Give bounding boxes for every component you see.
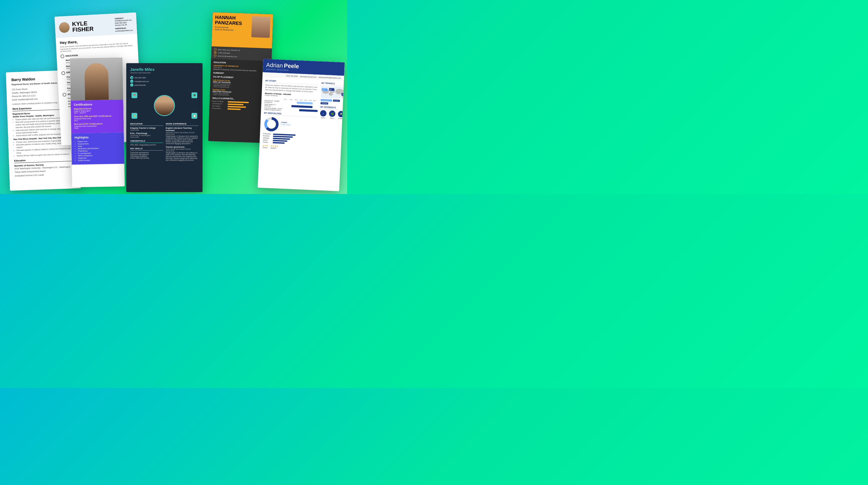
janelle-work2-desc: Taught grade 10 literature and writing t… xyxy=(166,152,198,161)
janelle-edu-title: EDUCATION xyxy=(130,123,163,126)
janelle-work2-school: Julie McGill Secondary School xyxy=(166,148,198,150)
janelle-edu1-school: Kingsley Teacher's College xyxy=(130,127,163,129)
french-label: French xyxy=(262,147,268,149)
kyle-exp-dot xyxy=(61,71,65,75)
skill-bar-4 xyxy=(227,108,241,110)
adrian-two-col: MY STORY Show your passion. Don't be afr… xyxy=(262,80,341,152)
janelle-two-col: EDUCATION Kingsley Teacher's College 202… xyxy=(130,123,198,161)
janelle-title: Teacher and Educator xyxy=(130,71,198,74)
sw-label-indesign: InDesign xyxy=(263,137,272,139)
interest-music: ♪ Music xyxy=(320,110,327,119)
card-nurse: Certifications Registered Nurse State of… xyxy=(70,57,125,187)
adrian-body: MY STORY Show your passion. Don't be afr… xyxy=(259,77,344,154)
janelle-phone: ☎ 243-456-7899 xyxy=(130,76,198,79)
cert-item-1: Registered Nurse State of Washington 201… xyxy=(74,107,120,114)
janelle-skill-2: Classroom Management xyxy=(130,153,163,155)
janelle-skills-title: KEY SKILLS xyxy=(130,147,163,151)
janelle-work1-years: 2018-2020 xyxy=(166,133,198,135)
tl-label-3: Twist Once Design - currentGraphic Desig… xyxy=(264,107,282,111)
adrian-first-name: Adrian xyxy=(266,62,283,69)
nurse-person-silhouette xyxy=(85,63,108,100)
skill-label-3: Lab Testing xyxy=(212,105,226,107)
janelle-edu1-years: 2020-2022 xyxy=(130,129,163,131)
tl-bar-3 xyxy=(299,109,317,112)
music-icon: ♪ xyxy=(320,110,327,117)
adrian-website: adrianportfolio@portfolio.com xyxy=(318,76,341,79)
travel-na: North America xyxy=(321,99,332,101)
adrian-phone: (555) 555-5555 xyxy=(286,75,298,77)
janelle-left-col: EDUCATION Kingsley Teacher's College 202… xyxy=(130,123,163,161)
map-africa xyxy=(329,92,333,95)
spanish-label: Spanish xyxy=(271,147,278,149)
linkedin-icon: in xyxy=(130,84,133,87)
nurse-photo xyxy=(70,57,123,100)
janelle-edu2-school: University of Washington xyxy=(130,134,163,136)
adrian-travels-title: MY TRAVELS xyxy=(321,82,345,86)
highlight-item: Medication administration xyxy=(78,147,121,149)
skill-bar-1 xyxy=(228,101,249,103)
highlight-item: IV management xyxy=(78,152,121,154)
sw-label-photoshop: Photoshop xyxy=(263,133,272,135)
hannah-name: HANNAHPANIZARES xyxy=(215,15,247,26)
map-eu-highlight: EU xyxy=(329,88,334,91)
highlight-item: Assessments xyxy=(78,142,121,145)
cert-item-3: BLS and ATCF Certifications American Bra… xyxy=(74,122,121,129)
janelle-body: EDUCATION Kingsley Teacher's College 202… xyxy=(126,121,203,164)
sw-bar-invision xyxy=(273,142,285,144)
email-icon: ✉ xyxy=(214,54,216,57)
card-janelle-miles: Janelle Miles Teacher and Educator ☎ 243… xyxy=(126,63,203,192)
email-icon: ✉ xyxy=(130,80,133,83)
janelle-header: Janelle Miles Teacher and Educator ☎ 243… xyxy=(126,63,203,90)
kyle-sw-dot xyxy=(63,93,66,97)
lang-french: ★★★ French xyxy=(262,145,268,149)
skill-bar-2 xyxy=(227,103,243,105)
highlights-section: Highlights Patient care Assessments Vita… xyxy=(71,132,124,164)
phone-icon: ☎ xyxy=(214,51,216,54)
adrian-email: adrian@myemail.com xyxy=(300,75,316,78)
adrian-sw-section: Photoshop Illustrator InDesign Sketch xyxy=(263,133,316,145)
spec-web: ● Web Design xyxy=(281,124,291,126)
music-label: Music xyxy=(321,117,325,119)
cert-title: Certifications xyxy=(74,102,120,106)
adrian-world-map: NA EU AU xyxy=(321,86,345,99)
plants-label: Plants xyxy=(330,117,334,119)
kyle-avatar xyxy=(59,22,70,33)
janelle-work1-desc: Taught grade 11 literature from classica… xyxy=(166,135,198,145)
interest-icons: ♪ Music 🌿 Plants 🍳 Cooking xyxy=(320,110,344,119)
location-icon: P xyxy=(214,48,217,51)
janelle-skill-1: Curriculum development xyxy=(130,152,163,153)
adrian-interests-title: MY INTERESTS xyxy=(320,106,345,110)
janelle-photo xyxy=(154,95,175,116)
kyle-edu-dot xyxy=(61,55,64,58)
janelle-edu2-degree: B.Sc., Psychology xyxy=(130,132,163,134)
sw-label-invision: Invision xyxy=(263,141,272,144)
highlight-item: Detail-oriented xyxy=(78,159,121,161)
orbit-icon-2: 🎓 xyxy=(191,92,197,98)
travel-labels: North America Europe Australia xyxy=(321,99,345,105)
kyle-edu-label: EDUCATION xyxy=(65,54,78,58)
janelle-work-title: WORK EXPERIENCE xyxy=(166,123,198,126)
sw-bar-sketch xyxy=(273,140,287,142)
travel-au: Australia xyxy=(321,102,329,104)
hannah-summary-title: SUMMARY xyxy=(213,71,268,76)
janelle-profile: 📚 🎓 ✏️ 📋 xyxy=(126,90,203,121)
spec-print: ● Print xyxy=(281,126,291,128)
phone-icon: ☎ xyxy=(130,76,133,79)
card-adrian-peele: Adrian Peele GRAPHIC DESIGNER (555) 555-… xyxy=(257,59,345,191)
barry-edu-title: Education xyxy=(14,157,75,163)
hannah-contact: P 8001 Tilda Lane, Monsell, NY ☎ 1-905-5… xyxy=(211,46,272,61)
janelle-cred-items: CPR, AED, Lifeguarding and ECE xyxy=(130,144,163,146)
adrian-last-name: Peele xyxy=(284,62,299,70)
sw-label-illustrator: Illustrator xyxy=(263,135,272,137)
hannah-coop1: Lyfe Science Co-op 2022 Lab Technician •… xyxy=(213,79,268,89)
skill-label-1: Report Findings xyxy=(212,100,227,102)
sw-label-sketch: Sketch xyxy=(263,139,272,141)
orbit-icon-1: 📚 xyxy=(131,92,137,98)
highlights-title: Highlights xyxy=(74,135,121,139)
adrian-edu: Bachelor of Design - attended OCAD Unive… xyxy=(265,92,318,98)
spec-donut-chart xyxy=(263,116,280,133)
adrian-left-col: MY STORY Show your passion. Don't be afr… xyxy=(262,80,319,151)
skill-label-4: Presentation xyxy=(212,108,226,110)
janelle-name: Janelle Miles xyxy=(130,67,198,71)
kyle-name: KYLEFISHER xyxy=(72,20,94,33)
